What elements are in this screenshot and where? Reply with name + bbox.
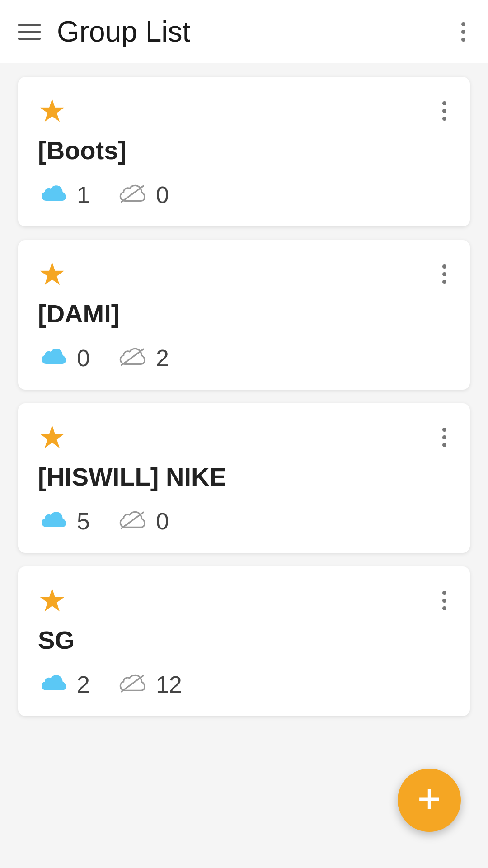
group-card-boots[interactable]: ★ [Boots] 1 [18, 77, 470, 226]
cloud-offline-icon-hiswill-nike [117, 508, 148, 534]
fab-plus-icon: + [418, 778, 441, 819]
cloud-offline-icon-boots [117, 182, 148, 208]
group-name-boots: [Boots] [38, 136, 450, 165]
offline-count-dami: 2 [156, 344, 169, 372]
group-card-hiswill-nike[interactable]: ★ [HISWILL] NIKE 5 [18, 403, 470, 553]
cloud-online-icon-dami [38, 346, 69, 370]
online-stat-sg: 2 [38, 671, 90, 698]
online-count-dami: 0 [77, 344, 90, 372]
star-icon-sg[interactable]: ★ [38, 585, 66, 616]
offline-stat-hiswill-nike: 0 [117, 508, 169, 535]
header-more-options-button[interactable] [457, 18, 470, 46]
star-icon-hiswill-nike[interactable]: ★ [38, 421, 66, 453]
card-more-options-button-hiswill-nike[interactable] [439, 424, 450, 451]
card-more-options-button-dami[interactable] [439, 261, 450, 288]
offline-stat-boots: 0 [117, 181, 169, 208]
cloud-offline-icon-sg [117, 671, 148, 698]
group-name-sg: SG [38, 625, 450, 655]
group-name-dami: [DAMI] [38, 299, 450, 328]
online-count-hiswill-nike: 5 [77, 508, 90, 535]
online-stat-dami: 0 [38, 344, 90, 372]
cloud-online-icon-sg [38, 672, 69, 697]
cloud-offline-icon-dami [117, 345, 148, 371]
header: Group List [0, 0, 488, 63]
card-more-options-button-boots[interactable] [439, 98, 450, 124]
offline-stat-dami: 2 [117, 344, 169, 372]
cloud-online-icon-boots [38, 183, 69, 207]
offline-count-hiswill-nike: 0 [156, 508, 169, 535]
group-card-sg[interactable]: ★ SG 2 [18, 566, 470, 716]
star-icon-dami[interactable]: ★ [38, 258, 66, 290]
hamburger-menu-button[interactable] [18, 24, 41, 40]
group-list: ★ [Boots] 1 [0, 63, 488, 730]
star-icon-boots[interactable]: ★ [38, 95, 66, 127]
group-name-hiswill-nike: [HISWILL] NIKE [38, 462, 450, 491]
page-title: Group List [57, 15, 190, 48]
cloud-online-icon-hiswill-nike [38, 509, 69, 533]
fab-add-button[interactable]: + [398, 769, 461, 832]
online-stat-boots: 1 [38, 181, 90, 208]
online-stat-hiswill-nike: 5 [38, 508, 90, 535]
card-more-options-button-sg[interactable] [439, 587, 450, 614]
offline-count-sg: 12 [156, 671, 182, 698]
online-count-boots: 1 [77, 181, 90, 208]
offline-stat-sg: 12 [117, 671, 182, 698]
online-count-sg: 2 [77, 671, 90, 698]
offline-count-boots: 0 [156, 181, 169, 208]
group-card-dami[interactable]: ★ [DAMI] 0 [18, 240, 470, 390]
